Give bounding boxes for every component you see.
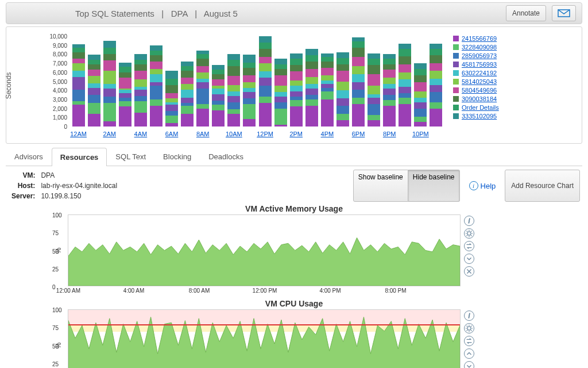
- help-link[interactable]: i Help: [469, 170, 496, 202]
- bar[interactable]: [259, 36, 272, 126]
- bar[interactable]: [181, 62, 194, 126]
- close-icon[interactable]: [464, 266, 474, 277]
- legend-link[interactable]: Order Details: [462, 104, 499, 111]
- info-icon[interactable]: i: [464, 216, 474, 226]
- info-icon[interactable]: i: [464, 310, 474, 321]
- info-icon: i: [469, 181, 478, 190]
- x-category-link[interactable]: 6AM: [165, 131, 179, 137]
- bar[interactable]: [227, 54, 240, 126]
- bar[interactable]: [103, 41, 116, 126]
- legend-item[interactable]: 3335102095: [453, 113, 516, 120]
- bar[interactable]: [368, 53, 380, 126]
- legend-item[interactable]: 5804549696: [453, 87, 516, 94]
- resource-chart-title: VM Active Memory Usage: [8, 204, 580, 213]
- legend: 2415566769322840909828590569734581756993…: [453, 35, 516, 141]
- chev-down-icon[interactable]: [464, 361, 474, 368]
- legend-item[interactable]: 4581756993: [453, 61, 516, 68]
- tab-sql-text[interactable]: SQL Text: [107, 147, 154, 166]
- legend-item[interactable]: 2859056973: [453, 52, 516, 59]
- legend-item[interactable]: 6302224192: [453, 70, 516, 76]
- legend-item[interactable]: 3090038184: [453, 95, 516, 102]
- add-resource-chart-button[interactable]: Add Resource Chart: [505, 170, 580, 202]
- x-category-link[interactable]: 10PM: [412, 131, 429, 137]
- y-tick: 9,000: [47, 42, 67, 48]
- tab-resources[interactable]: Resources: [52, 148, 107, 166]
- swap-icon[interactable]: [464, 336, 474, 346]
- legend-item[interactable]: 5814025043: [453, 78, 516, 85]
- resource-plot[interactable]: %025507510012:00 AM4:00 AM8:00 AM12:00 P…: [68, 214, 461, 286]
- legend-link[interactable]: 5814025043: [462, 78, 497, 85]
- y-tick: 0: [47, 124, 67, 130]
- svg-text:i: i: [469, 312, 470, 319]
- bar[interactable]: [88, 55, 100, 127]
- bar[interactable]: [165, 71, 178, 126]
- legend-item[interactable]: Order Details: [453, 104, 516, 111]
- legend-link[interactable]: 3335102095: [462, 113, 497, 120]
- legend-link[interactable]: 5804549696: [462, 87, 497, 94]
- gear-icon[interactable]: [464, 323, 474, 334]
- chev-up-icon[interactable]: [464, 348, 474, 359]
- legend-swatch: [453, 62, 459, 67]
- x-category-link[interactable]: 8AM: [196, 131, 210, 137]
- legend-swatch: [453, 79, 459, 85]
- legend-link[interactable]: 4581756993: [462, 61, 497, 68]
- legend-item[interactable]: 3228409098: [453, 44, 516, 51]
- x-category-link[interactable]: 10AM: [226, 131, 242, 137]
- y-tick: 50: [52, 343, 59, 349]
- show-baseline-button[interactable]: Show baseline: [353, 170, 408, 202]
- legend-swatch: [453, 105, 459, 110]
- tab-advisors[interactable]: Advisors: [6, 147, 52, 166]
- bar[interactable]: [150, 45, 163, 126]
- bar[interactable]: [290, 53, 303, 126]
- hide-baseline-button[interactable]: Hide baseline: [408, 170, 460, 202]
- legend-swatch: [453, 36, 459, 41]
- bar[interactable]: [305, 49, 318, 126]
- gear-icon[interactable]: [464, 228, 474, 239]
- bar[interactable]: [414, 63, 427, 126]
- bar[interactable]: [321, 53, 334, 126]
- bar[interactable]: [134, 54, 147, 126]
- annotate-button[interactable]: Annotate: [506, 5, 546, 21]
- bar[interactable]: [399, 44, 411, 126]
- tab-deadlocks[interactable]: Deadlocks: [200, 147, 252, 166]
- x-category-link[interactable]: 12PM: [257, 131, 273, 137]
- bar[interactable]: [430, 44, 442, 126]
- x-category-link[interactable]: 8PM: [383, 131, 396, 137]
- y-tick: 8,000: [47, 51, 67, 57]
- email-button[interactable]: [552, 5, 576, 21]
- y-tick: 7,000: [47, 60, 67, 67]
- resource-plot[interactable]: %025507510012:00 AM4:00 AM8:00 AM12:00 P…: [68, 309, 461, 368]
- swap-icon[interactable]: [464, 241, 474, 251]
- bar[interactable]: [336, 52, 349, 126]
- x-category-link[interactable]: 2PM: [289, 131, 303, 137]
- bar[interactable]: [274, 59, 287, 126]
- legend-link[interactable]: 2415566769: [462, 35, 497, 42]
- legend-link[interactable]: 2859056973: [462, 52, 497, 59]
- legend-link[interactable]: 3228409098: [462, 44, 497, 51]
- y-tick: 75: [52, 325, 59, 331]
- chev-down-icon[interactable]: [464, 254, 474, 264]
- bar[interactable]: [196, 51, 209, 126]
- y-tick: 0: [52, 284, 56, 290]
- x-category-link[interactable]: 2AM: [103, 131, 116, 137]
- legend-swatch: [453, 96, 459, 102]
- top-sql-chart: Seconds 01,0002,0003,0004,0005,0006,0007…: [6, 26, 582, 144]
- y-tick: 2,000: [47, 105, 67, 112]
- tab-blocking[interactable]: Blocking: [154, 147, 200, 166]
- bar[interactable]: [212, 65, 225, 126]
- bar[interactable]: [352, 37, 365, 126]
- legend-item[interactable]: 2415566769: [453, 35, 516, 42]
- x-category-link[interactable]: 4AM: [134, 131, 148, 137]
- legend-link[interactable]: 6302224192: [462, 70, 497, 76]
- x-category-link[interactable]: 6PM: [352, 131, 365, 137]
- x-category-link[interactable]: 4PM: [321, 131, 334, 137]
- resource-chart-title: VM CPU Usage: [8, 299, 580, 308]
- x-category-link[interactable]: 12AM: [70, 131, 87, 137]
- resource-chart: VM Active Memory Usage%025507510012:00 A…: [8, 204, 580, 297]
- y-tick: 10,000: [47, 33, 67, 40]
- bar[interactable]: [383, 54, 396, 126]
- legend-link[interactable]: 3090038184: [462, 95, 497, 102]
- bar[interactable]: [72, 44, 85, 126]
- bar[interactable]: [119, 63, 131, 126]
- bar[interactable]: [243, 55, 256, 127]
